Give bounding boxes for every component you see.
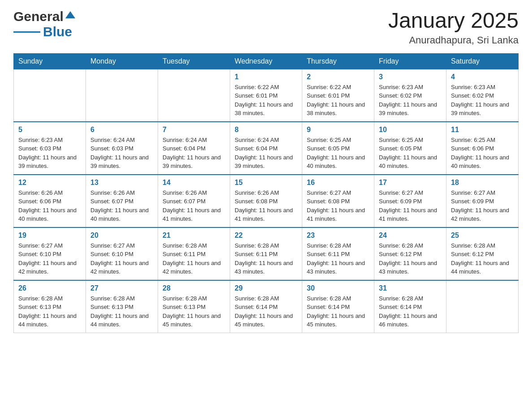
day-number: 30 <box>307 284 369 292</box>
calendar-week-row: 26Sunrise: 6:28 AM Sunset: 6:13 PM Dayli… <box>14 280 519 333</box>
day-info: Sunrise: 6:26 AM Sunset: 6:08 PM Dayligh… <box>235 188 297 223</box>
page-header: General Blue January 2025 Anuradhapura, … <box>13 9 519 46</box>
day-info: Sunrise: 6:28 AM Sunset: 6:14 PM Dayligh… <box>307 294 369 329</box>
calendar-cell: 9Sunrise: 6:25 AM Sunset: 6:05 PM Daylig… <box>302 122 374 175</box>
calendar-cell: 23Sunrise: 6:28 AM Sunset: 6:11 PM Dayli… <box>302 227 374 280</box>
calendar-cell: 31Sunrise: 6:28 AM Sunset: 6:14 PM Dayli… <box>374 280 446 333</box>
calendar-header-row: SundayMondayTuesdayWednesdayThursdayFrid… <box>14 53 519 69</box>
calendar-cell: 26Sunrise: 6:28 AM Sunset: 6:13 PM Dayli… <box>14 280 86 333</box>
column-header-friday: Friday <box>374 53 446 69</box>
day-info: Sunrise: 6:23 AM Sunset: 6:03 PM Dayligh… <box>18 136 81 171</box>
day-info: Sunrise: 6:24 AM Sunset: 6:04 PM Dayligh… <box>163 136 225 171</box>
day-info: Sunrise: 6:28 AM Sunset: 6:12 PM Dayligh… <box>451 241 514 276</box>
column-header-sunday: Sunday <box>14 53 86 69</box>
calendar-cell: 1Sunrise: 6:22 AM Sunset: 6:01 PM Daylig… <box>230 69 302 122</box>
day-info: Sunrise: 6:28 AM Sunset: 6:13 PM Dayligh… <box>90 294 153 329</box>
logo-triangle-icon <box>65 10 75 19</box>
calendar-cell: 15Sunrise: 6:26 AM Sunset: 6:08 PM Dayli… <box>230 175 302 227</box>
day-number: 26 <box>18 284 81 292</box>
day-number: 18 <box>451 179 514 187</box>
day-number: 13 <box>90 179 153 187</box>
calendar-cell: 8Sunrise: 6:24 AM Sunset: 6:04 PM Daylig… <box>230 122 302 175</box>
day-number: 24 <box>379 231 442 240</box>
calendar-cell <box>86 69 158 122</box>
day-info: Sunrise: 6:24 AM Sunset: 6:04 PM Dayligh… <box>235 136 297 171</box>
column-header-monday: Monday <box>86 53 158 69</box>
day-info: Sunrise: 6:28 AM Sunset: 6:11 PM Dayligh… <box>163 241 225 276</box>
calendar-cell: 25Sunrise: 6:28 AM Sunset: 6:12 PM Dayli… <box>446 227 519 280</box>
day-number: 10 <box>379 126 442 134</box>
calendar-cell: 18Sunrise: 6:27 AM Sunset: 6:09 PM Dayli… <box>446 175 519 227</box>
day-info: Sunrise: 6:27 AM Sunset: 6:09 PM Dayligh… <box>451 188 514 223</box>
day-info: Sunrise: 6:22 AM Sunset: 6:01 PM Dayligh… <box>307 83 369 118</box>
column-header-thursday: Thursday <box>302 53 374 69</box>
day-number: 4 <box>451 73 514 81</box>
day-info: Sunrise: 6:26 AM Sunset: 6:07 PM Dayligh… <box>163 188 225 223</box>
page-title: January 2025 <box>388 9 519 33</box>
day-number: 11 <box>451 126 514 134</box>
calendar-week-row: 12Sunrise: 6:26 AM Sunset: 6:06 PM Dayli… <box>14 175 519 227</box>
day-number: 28 <box>163 284 225 292</box>
day-info: Sunrise: 6:27 AM Sunset: 6:08 PM Dayligh… <box>307 188 369 223</box>
day-number: 2 <box>307 73 369 81</box>
day-info: Sunrise: 6:28 AM Sunset: 6:14 PM Dayligh… <box>235 294 297 329</box>
title-area: January 2025 Anuradhapura, Sri Lanka <box>388 9 519 46</box>
calendar-cell: 5Sunrise: 6:23 AM Sunset: 6:03 PM Daylig… <box>14 122 86 175</box>
calendar-cell: 10Sunrise: 6:25 AM Sunset: 6:05 PM Dayli… <box>374 122 446 175</box>
day-number: 22 <box>235 231 297 240</box>
day-info: Sunrise: 6:24 AM Sunset: 6:03 PM Dayligh… <box>90 136 153 171</box>
day-number: 31 <box>379 284 442 292</box>
column-header-wednesday: Wednesday <box>230 53 302 69</box>
column-header-saturday: Saturday <box>446 53 519 69</box>
day-info: Sunrise: 6:28 AM Sunset: 6:11 PM Dayligh… <box>307 241 369 276</box>
day-number: 20 <box>90 231 153 240</box>
calendar-week-row: 5Sunrise: 6:23 AM Sunset: 6:03 PM Daylig… <box>14 122 519 175</box>
day-number: 16 <box>307 179 369 187</box>
column-header-tuesday: Tuesday <box>158 53 230 69</box>
day-info: Sunrise: 6:27 AM Sunset: 6:10 PM Dayligh… <box>18 241 81 276</box>
calendar-cell: 21Sunrise: 6:28 AM Sunset: 6:11 PM Dayli… <box>158 227 230 280</box>
calendar-cell: 12Sunrise: 6:26 AM Sunset: 6:06 PM Dayli… <box>14 175 86 227</box>
calendar-cell <box>158 69 230 122</box>
day-info: Sunrise: 6:27 AM Sunset: 6:10 PM Dayligh… <box>90 241 153 276</box>
page-subtitle: Anuradhapura, Sri Lanka <box>388 34 519 46</box>
calendar-cell: 19Sunrise: 6:27 AM Sunset: 6:10 PM Dayli… <box>14 227 86 280</box>
day-number: 15 <box>235 179 297 187</box>
calendar-week-row: 1Sunrise: 6:22 AM Sunset: 6:01 PM Daylig… <box>14 69 519 122</box>
day-info: Sunrise: 6:22 AM Sunset: 6:01 PM Dayligh… <box>235 83 297 118</box>
day-number: 17 <box>379 179 442 187</box>
day-number: 8 <box>235 126 297 134</box>
calendar-cell: 20Sunrise: 6:27 AM Sunset: 6:10 PM Dayli… <box>86 227 158 280</box>
day-number: 5 <box>18 126 81 134</box>
calendar-cell: 17Sunrise: 6:27 AM Sunset: 6:09 PM Dayli… <box>374 175 446 227</box>
day-number: 19 <box>18 231 81 240</box>
logo-blue-text: Blue <box>43 24 72 39</box>
day-number: 23 <box>307 231 369 240</box>
logo-general-text: General <box>13 9 64 24</box>
day-info: Sunrise: 6:26 AM Sunset: 6:06 PM Dayligh… <box>18 188 81 223</box>
calendar-cell <box>446 280 519 333</box>
calendar-cell: 3Sunrise: 6:23 AM Sunset: 6:02 PM Daylig… <box>374 69 446 122</box>
day-number: 29 <box>235 284 297 292</box>
day-info: Sunrise: 6:28 AM Sunset: 6:13 PM Dayligh… <box>163 294 225 329</box>
calendar-cell: 16Sunrise: 6:27 AM Sunset: 6:08 PM Dayli… <box>302 175 374 227</box>
day-info: Sunrise: 6:23 AM Sunset: 6:02 PM Dayligh… <box>379 83 442 118</box>
calendar-cell: 11Sunrise: 6:25 AM Sunset: 6:06 PM Dayli… <box>446 122 519 175</box>
calendar-cell <box>14 69 86 122</box>
calendar-cell: 13Sunrise: 6:26 AM Sunset: 6:07 PM Dayli… <box>86 175 158 227</box>
day-info: Sunrise: 6:28 AM Sunset: 6:11 PM Dayligh… <box>235 241 297 276</box>
day-number: 25 <box>451 231 514 240</box>
calendar-cell: 27Sunrise: 6:28 AM Sunset: 6:13 PM Dayli… <box>86 280 158 333</box>
day-info: Sunrise: 6:23 AM Sunset: 6:02 PM Dayligh… <box>451 83 514 118</box>
calendar-table: SundayMondayTuesdayWednesdayThursdayFrid… <box>13 53 519 333</box>
calendar-cell: 24Sunrise: 6:28 AM Sunset: 6:12 PM Dayli… <box>374 227 446 280</box>
calendar-cell: 7Sunrise: 6:24 AM Sunset: 6:04 PM Daylig… <box>158 122 230 175</box>
day-info: Sunrise: 6:28 AM Sunset: 6:14 PM Dayligh… <box>379 294 442 329</box>
day-number: 14 <box>163 179 225 187</box>
day-number: 6 <box>90 126 153 134</box>
calendar-cell: 2Sunrise: 6:22 AM Sunset: 6:01 PM Daylig… <box>302 69 374 122</box>
day-number: 21 <box>163 231 225 240</box>
day-info: Sunrise: 6:25 AM Sunset: 6:05 PM Dayligh… <box>307 136 369 171</box>
day-info: Sunrise: 6:25 AM Sunset: 6:06 PM Dayligh… <box>451 136 514 171</box>
day-info: Sunrise: 6:26 AM Sunset: 6:07 PM Dayligh… <box>90 188 153 223</box>
